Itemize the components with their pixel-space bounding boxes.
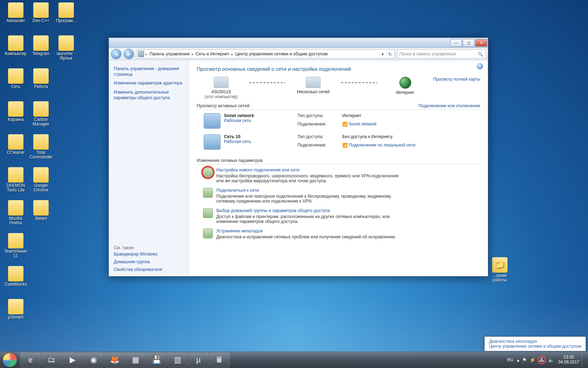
- maximize-button[interactable]: ◻: [463, 39, 475, 47]
- popup-diagnose-link[interactable]: Диагностика неполадок: [489, 339, 581, 344]
- sidebar-home-link[interactable]: Панель управления - домашняя страница: [114, 66, 184, 77]
- tray-network-popup: Диагностика неполадок Центр управления с…: [484, 336, 586, 351]
- settings-item-title[interactable]: Подключиться к сети: [216, 188, 405, 193]
- sidebar-link-sharing[interactable]: Изменить дополнительные параметры общего…: [114, 90, 184, 101]
- taskbar-button-utorrent[interactable]: µ: [188, 353, 209, 367]
- desktop-icon[interactable]: Telegram: [28, 35, 54, 63]
- app-icon: [58, 35, 74, 51]
- settings-item: Подключиться к сетиПодключение или повто…: [197, 185, 480, 205]
- desktop-icon[interactable]: Carbon Manager: [28, 101, 54, 129]
- desktop-icon[interactable]: Корзина: [3, 101, 28, 129]
- desktop-icon[interactable]: 📁 ...шние работы: [487, 257, 512, 285]
- taskbar-button-save[interactable]: 💾: [146, 353, 167, 367]
- sidebar-link-adapter[interactable]: Изменение параметров адаптера: [114, 81, 184, 86]
- settings-item-icon: [203, 208, 213, 218]
- desktop-icon[interactable]: Total Commander: [28, 134, 54, 162]
- settings-item-title[interactable]: Устранение неполадок: [216, 229, 396, 233]
- taskbar-button-chrome[interactable]: ◉: [83, 353, 104, 367]
- breadcrumb[interactable]: Центр управления сетями и общим доступом: [234, 52, 328, 56]
- tray-power-icon[interactable]: ⚡: [528, 357, 537, 363]
- network-type-link[interactable]: Рабочая сеть: [224, 139, 290, 144]
- desktop-icon[interactable]: TeamViewer 11: [3, 233, 28, 260]
- refresh-icon[interactable]: ↻: [386, 52, 393, 57]
- desktop-icon[interactable]: Alexander: [3, 2, 28, 30]
- titlebar[interactable]: — ◻ ✕: [109, 38, 488, 48]
- search-icon[interactable]: 🔍: [478, 52, 483, 57]
- sidebar-seealso-firewall[interactable]: Брандмауэр Windows: [114, 252, 184, 257]
- clock[interactable]: 13:20 04.08.2017: [555, 355, 582, 365]
- dropdown-icon[interactable]: ▾: [379, 52, 386, 57]
- signal-icon: 📶: [342, 143, 347, 147]
- back-button[interactable]: ◄: [111, 49, 121, 59]
- meta-value: Без доступа к Интернету: [342, 134, 415, 142]
- desktop-icon[interactable]: µTorrent: [3, 299, 28, 326]
- folder-icon: 📁: [492, 257, 507, 273]
- desktop-icon[interactable]: Mozilla Firefox: [3, 200, 28, 227]
- desktop-icon[interactable]: Google Chrome: [28, 167, 54, 195]
- signal-icon: 📶: [342, 122, 347, 126]
- settings-item-title[interactable]: Настройка нового подключения или сети: [216, 168, 405, 172]
- app-icon: [33, 101, 49, 117]
- network-icon: [204, 134, 220, 150]
- settings-item-icon: [203, 188, 213, 198]
- tray-flag-icon[interactable]: ⚑: [521, 357, 528, 363]
- node-label: ASUSG1S: [197, 89, 246, 94]
- node-networks: Несколько сетей: [289, 77, 338, 94]
- network-type-link[interactable]: Рабочая сеть: [224, 118, 290, 123]
- breadcrumb[interactable]: Сеть и Интернет: [195, 52, 230, 56]
- desktop-icon[interactable]: Програм...: [54, 2, 79, 30]
- desktop-icon-label: Dev-C++: [28, 19, 54, 23]
- taskbar-button-tiles[interactable]: ▥: [167, 353, 188, 367]
- main-pane: ? Просмотр основных сведений о сети и на…: [189, 60, 488, 276]
- desktop-icon[interactable]: DAEMON Tools Lite: [3, 167, 28, 195]
- desktop-icon[interactable]: CodeBlocks: [3, 266, 28, 293]
- taskbar-button-calc[interactable]: 🖩: [209, 353, 230, 367]
- desktop-icon[interactable]: Steam: [28, 200, 54, 227]
- node-label: Несколько сетей: [289, 89, 338, 94]
- sidebar-seealso-ie[interactable]: Свойства обозревателя: [114, 267, 184, 272]
- search-placeholder: Поиск в панели управления: [399, 52, 456, 56]
- app-icon: [8, 167, 23, 183]
- address-bar[interactable]: ▸ Панель управления ▸ Сеть и Интернет ▸ …: [136, 49, 395, 59]
- settings-item-title[interactable]: Выбор домашней группы и параметров общег…: [216, 208, 405, 213]
- desktop-icon[interactable]: Сеть: [3, 68, 28, 96]
- sidebar-seealso-homegroup[interactable]: Домашняя группа: [114, 259, 184, 264]
- sidebar-seealso-header: См. также: [114, 239, 184, 250]
- help-icon[interactable]: ?: [477, 63, 483, 69]
- desktop-icon-label: µTorrent: [3, 315, 28, 320]
- network-name: Сеть 10: [224, 134, 290, 139]
- app-icon: [8, 266, 23, 281]
- desktop-icon-label: Google Chrome: [28, 183, 54, 192]
- view-full-map-link[interactable]: Просмотр полной карты: [433, 77, 480, 82]
- taskbar-button-explorer[interactable]: 🗂: [41, 353, 62, 367]
- node-label: Интернет: [381, 90, 430, 95]
- language-indicator[interactable]: RU: [505, 357, 516, 362]
- connect-disconnect-link[interactable]: Подключение или отключение: [419, 103, 480, 108]
- taskbar-button-start[interactable]: ▦: [125, 353, 146, 367]
- tray-volume-icon[interactable]: 🔈: [547, 357, 555, 363]
- desktop-icon-label: Mozilla Firefox: [3, 216, 28, 225]
- search-input[interactable]: Поиск в панели управления 🔍: [397, 49, 486, 59]
- desktop-icon[interactable]: Работа: [28, 68, 54, 96]
- taskbar-button-firefox[interactable]: 🦊: [104, 353, 125, 367]
- settings-item-icon: [203, 229, 213, 238]
- forward-button[interactable]: ►: [124, 49, 134, 59]
- tray-chevron-icon[interactable]: ▴: [516, 357, 521, 363]
- connection-link[interactable]: 📶Sonet network: [342, 122, 377, 129]
- minimize-button[interactable]: —: [450, 39, 462, 47]
- show-desktop-button[interactable]: [582, 353, 586, 367]
- desktop-icon[interactable]: launcher - Ярлык: [54, 35, 79, 63]
- connection-link[interactable]: 📶Подключение по локальной сети: [342, 143, 415, 150]
- tray-network-icon[interactable]: 🖧: [538, 356, 546, 364]
- start-button[interactable]: [0, 352, 20, 368]
- close-button[interactable]: ✕: [475, 39, 487, 47]
- desktop-icon-label: launcher - Ярлык: [54, 52, 79, 61]
- desktop-icon[interactable]: Dev-C++: [28, 2, 54, 30]
- taskbar-button-player[interactable]: ▶: [62, 353, 83, 367]
- breadcrumb[interactable]: Панель управления: [149, 52, 190, 56]
- desktop-icon[interactable]: Компьютер: [3, 35, 28, 63]
- desktop-icon[interactable]: CCleaner: [3, 134, 28, 162]
- desktop-icon-label: Корзина: [3, 117, 28, 122]
- popup-network-center-link[interactable]: Центр управления сетями и общим доступом: [489, 344, 581, 349]
- taskbar-button-ie[interactable]: e: [20, 353, 41, 367]
